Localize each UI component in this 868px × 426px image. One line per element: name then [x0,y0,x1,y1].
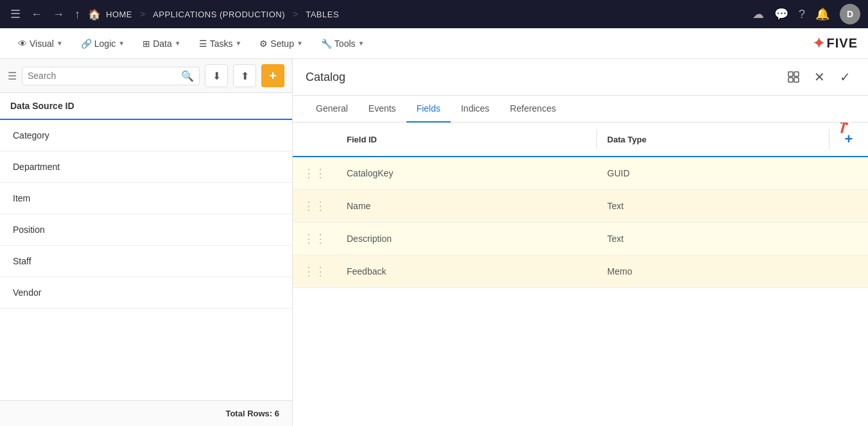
svg-rect-3 [794,78,799,82]
menu-setup[interactable]: ⚙ Setup ▼ [252,35,311,53]
breadcrumb-sep2: > [293,9,298,19]
list-item-position[interactable]: Position [0,214,292,246]
menu-tasks[interactable]: ☰ Tasks ▼ [191,35,250,53]
left-footer: Total Rows: 6 [0,400,292,426]
list-item-vendor[interactable]: Vendor [0,277,292,309]
tab-indices[interactable]: Indices [451,96,499,123]
left-panel: ☰ 🔍 ⬇ ⬆ + Data Source ID CategoryDepartm… [0,59,293,426]
data-type-cell: GUID [597,157,829,190]
menu-setup-label: Setup [270,38,294,49]
table-container: Field IDData Type+↗ ⋮⋮CatalogKeyGUID⋮⋮Na… [293,123,868,426]
col-data-type: Data Type [597,123,829,157]
grid-view-button[interactable] [783,67,804,87]
search-input[interactable] [28,71,177,81]
tab-events[interactable]: Events [358,96,406,123]
visual-chevron: ▼ [56,40,63,47]
menu-tools[interactable]: 🔧 Tools ▼ [313,35,372,53]
row-add-cell [829,223,868,255]
row-add-cell [829,157,868,190]
breadcrumb-home[interactable]: HOME [106,10,132,19]
panel-title: Catalog [306,71,345,84]
svg-rect-0 [788,72,793,76]
tabs-bar: GeneralEventsFieldsIndicesReferences [293,96,868,123]
upload-button[interactable]: ⬆ [233,64,256,87]
user-avatar[interactable]: D [840,4,860,24]
setup-chevron: ▼ [297,40,303,47]
bell-icon[interactable]: 🔔 [815,7,829,21]
tab-general[interactable]: General [306,96,358,123]
menu-visual[interactable]: 👁 Visual ▼ [10,35,71,53]
drag-handle[interactable]: ⋮⋮ [293,157,336,190]
search-icon: 🔍 [181,70,194,82]
main-content: ☰ 🔍 ⬇ ⬆ + Data Source ID CategoryDepartm… [0,59,868,426]
data-type-cell: Text [597,190,829,223]
breadcrumb-tables[interactable]: TABLES [306,10,339,19]
download-button[interactable]: ⬇ [205,64,228,87]
back-icon[interactable]: ← [28,5,45,24]
logo-star: ✦ [813,35,824,52]
right-panel: Catalog ✕ ✓ GeneralEventsFieldsIndicesRe… [293,59,868,426]
field-id-cell: Name [336,190,597,223]
list-item-department[interactable]: Department [0,151,292,183]
col-add: +↗ [829,123,868,157]
logic-icon: 🔗 [81,38,92,49]
svg-rect-2 [788,78,793,82]
data-type-cell: Text [597,223,829,255]
tab-references[interactable]: References [499,96,566,123]
tasks-chevron: ▼ [235,40,241,47]
field-id-cell: Feedback [336,255,597,288]
col-field-id: Field ID [336,123,597,157]
forward-icon[interactable]: → [50,5,67,24]
confirm-button[interactable]: ✓ [835,67,855,87]
left-list: CategoryDepartmentItemPositionStaffVendo… [0,120,292,400]
menu-visual-label: Visual [30,38,54,49]
drag-handle[interactable]: ⋮⋮ [293,190,336,223]
drag-handle[interactable]: ⋮⋮ [293,255,336,288]
tools-icon: 🔧 [321,38,332,49]
table-row[interactable]: ⋮⋮CatalogKeyGUID [293,157,868,190]
topbar: ☰ ← → ↑ 🏠 HOME > APPLICATIONS (PRODUCTIO… [0,0,868,28]
tools-chevron: ▼ [358,40,365,47]
data-chevron: ▼ [175,40,181,47]
field-id-cell: Description [336,223,597,255]
menu-data[interactable]: ⊞ Data ▼ [135,35,188,53]
menubar: 👁 Visual ▼ 🔗 Logic ▼ ⊞ Data ▼ ☰ Tasks ▼ … [0,28,868,59]
filter-icon: ☰ [8,70,17,82]
menu-tools-label: Tools [334,38,356,49]
add-button[interactable]: + [261,64,284,87]
menu-logic[interactable]: 🔗 Logic ▼ [73,35,132,53]
list-item-staff[interactable]: Staff [0,246,292,277]
drag-handle[interactable]: ⋮⋮ [293,223,336,255]
logic-chevron: ▼ [118,40,125,47]
left-toolbar: ☰ 🔍 ⬇ ⬆ + [0,59,292,93]
menu-tasks-label: Tasks [210,38,233,49]
topbar-right: ☁ 💬 ? 🔔 D [752,4,860,24]
chat-icon[interactable]: 💬 [774,7,788,21]
list-item-category[interactable]: Category [0,120,292,151]
header-actions: ✕ ✓ [783,67,855,87]
cloud-icon[interactable]: ☁ [752,7,764,21]
breadcrumb-sep1: > [140,9,145,19]
search-container: 🔍 [22,67,200,85]
setup-icon: ⚙ [259,38,268,49]
fields-table: Field IDData Type+↗ ⋮⋮CatalogKeyGUID⋮⋮Na… [293,123,868,288]
table-row[interactable]: ⋮⋮FeedbackMemo [293,255,868,288]
left-column-header: Data Source ID [0,93,292,120]
breadcrumb-app[interactable]: APPLICATIONS (PRODUCTION) [153,10,285,19]
data-icon: ⊞ [143,38,150,49]
up-icon[interactable]: ↑ [72,5,83,24]
menu-icon[interactable]: ☰ [8,4,23,24]
app-logo: ✦ FIVE [813,35,858,52]
list-item-item[interactable]: Item [0,183,292,214]
table-row[interactable]: ⋮⋮DescriptionText [293,223,868,255]
home-icon: 🏠 [88,8,101,21]
close-button[interactable]: ✕ [809,67,829,87]
row-add-cell [829,190,868,223]
help-icon[interactable]: ? [799,8,805,21]
tab-fields[interactable]: Fields [406,96,451,123]
data-type-cell: Memo [597,255,829,288]
table-row[interactable]: ⋮⋮NameText [293,190,868,223]
logo-text: FIVE [827,36,858,51]
menu-data-label: Data [153,38,172,49]
row-add-cell [829,255,868,288]
